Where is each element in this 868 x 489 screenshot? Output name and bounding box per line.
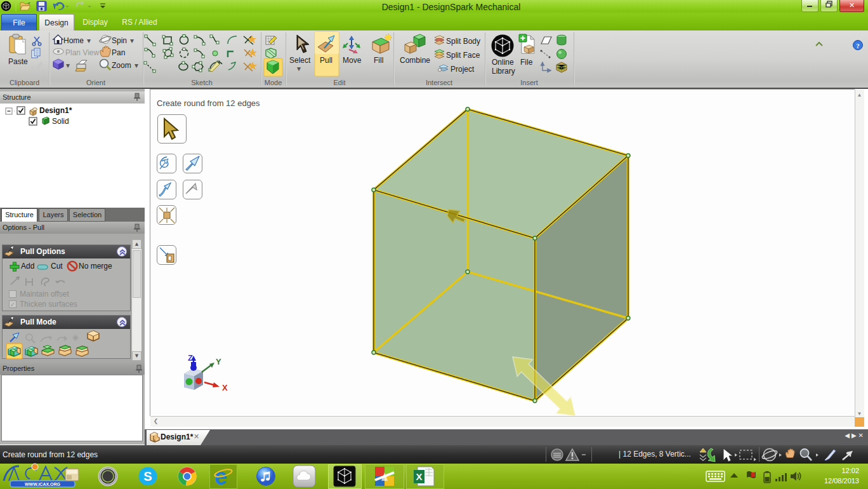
svg-text:Z: Z [188,353,193,363]
svg-text:S: S [143,469,152,483]
svg-text:X: X [222,383,228,392]
svg-text:?: ? [856,42,860,50]
svg-text:WWW.ICAX.ORG: WWW.ICAX.ORG [25,482,61,486]
svg-text:Y: Y [216,357,221,366]
svg-text:X: X [416,471,422,482]
